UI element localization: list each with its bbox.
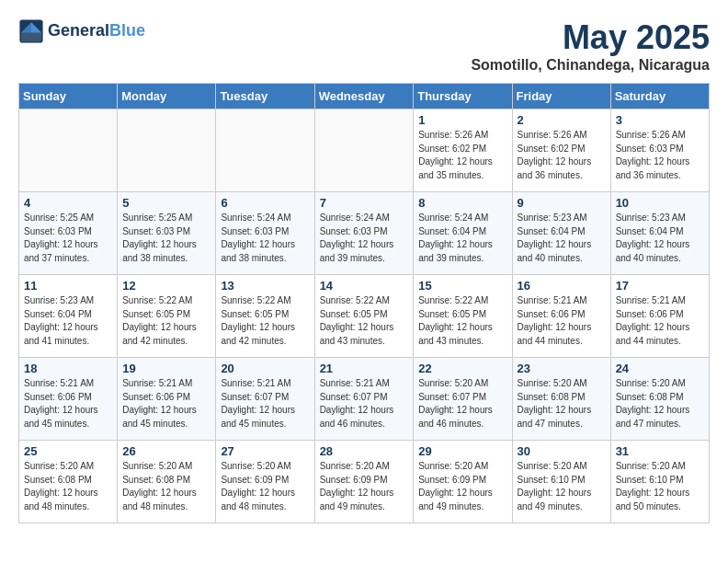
- calendar-cell: 17Sunrise: 5:21 AM Sunset: 6:06 PM Dayli…: [610, 275, 709, 358]
- day-number: 25: [24, 444, 112, 458]
- day-number: 2: [518, 113, 606, 127]
- cell-info: Sunrise: 5:23 AM Sunset: 6:04 PM Dayligh…: [518, 212, 606, 265]
- cell-info: Sunrise: 5:20 AM Sunset: 6:10 PM Dayligh…: [616, 460, 704, 513]
- calendar-cell: 20Sunrise: 5:21 AM Sunset: 6:07 PM Dayli…: [216, 358, 314, 441]
- day-number: 22: [418, 362, 506, 375]
- calendar-cell: 25Sunrise: 5:20 AM Sunset: 6:08 PM Dayli…: [19, 441, 118, 523]
- cell-info: Sunrise: 5:23 AM Sunset: 6:04 PM Dayligh…: [24, 294, 112, 348]
- day-number: 20: [221, 362, 309, 375]
- day-number: 27: [221, 444, 309, 458]
- calendar-cell: 26Sunrise: 5:20 AM Sunset: 6:08 PM Dayli…: [118, 441, 216, 523]
- day-number: 29: [418, 444, 506, 458]
- calendar-cell: 30Sunrise: 5:20 AM Sunset: 6:10 PM Dayli…: [512, 441, 610, 523]
- day-number: 7: [320, 196, 409, 210]
- logo-text: GeneralBlue: [48, 21, 145, 41]
- calendar-cell: 19Sunrise: 5:21 AM Sunset: 6:06 PM Dayli…: [118, 358, 216, 441]
- cell-info: Sunrise: 5:20 AM Sunset: 6:09 PM Dayligh…: [418, 460, 506, 513]
- cell-info: Sunrise: 5:22 AM Sunset: 6:05 PM Dayligh…: [221, 294, 309, 348]
- calendar-cell: 13Sunrise: 5:22 AM Sunset: 6:05 PM Dayli…: [216, 275, 314, 358]
- weekday-header-tuesday: Tuesday: [216, 84, 314, 109]
- calendar-cell: 16Sunrise: 5:21 AM Sunset: 6:06 PM Dayli…: [512, 275, 610, 358]
- cell-info: Sunrise: 5:20 AM Sunset: 6:09 PM Dayligh…: [320, 460, 409, 513]
- calendar-cell: 31Sunrise: 5:20 AM Sunset: 6:10 PM Dayli…: [610, 441, 709, 523]
- day-number: 11: [24, 279, 112, 293]
- weekday-header-monday: Monday: [118, 84, 216, 109]
- day-number: 12: [122, 279, 210, 293]
- day-number: 28: [320, 444, 409, 458]
- calendar-cell: 27Sunrise: 5:20 AM Sunset: 6:09 PM Dayli…: [216, 441, 314, 523]
- calendar-cell: 28Sunrise: 5:20 AM Sunset: 6:09 PM Dayli…: [314, 441, 414, 523]
- calendar-cell: 3Sunrise: 5:26 AM Sunset: 6:03 PM Daylig…: [610, 109, 709, 192]
- calendar-cell: 18Sunrise: 5:21 AM Sunset: 6:06 PM Dayli…: [19, 358, 118, 441]
- calendar-cell: 8Sunrise: 5:24 AM Sunset: 6:04 PM Daylig…: [414, 192, 512, 275]
- cell-info: Sunrise: 5:20 AM Sunset: 6:09 PM Dayligh…: [221, 460, 309, 513]
- calendar-cell: 10Sunrise: 5:23 AM Sunset: 6:04 PM Dayli…: [610, 192, 709, 275]
- day-number: 26: [122, 444, 210, 458]
- calendar-cell: [314, 109, 414, 192]
- cell-info: Sunrise: 5:24 AM Sunset: 6:03 PM Dayligh…: [221, 212, 309, 265]
- day-number: 14: [320, 279, 409, 293]
- weekday-header-thursday: Thursday: [414, 84, 512, 109]
- calendar-cell: 9Sunrise: 5:23 AM Sunset: 6:04 PM Daylig…: [512, 192, 610, 275]
- calendar-week-row: 18Sunrise: 5:21 AM Sunset: 6:06 PM Dayli…: [19, 358, 710, 441]
- day-number: 1: [418, 113, 506, 127]
- cell-info: Sunrise: 5:21 AM Sunset: 6:07 PM Dayligh…: [320, 377, 409, 431]
- calendar-cell: 29Sunrise: 5:20 AM Sunset: 6:09 PM Dayli…: [414, 441, 512, 523]
- day-number: 5: [122, 196, 210, 210]
- calendar-cell: 22Sunrise: 5:20 AM Sunset: 6:07 PM Dayli…: [414, 358, 512, 441]
- calendar-cell: [19, 109, 118, 192]
- calendar-cell: 2Sunrise: 5:26 AM Sunset: 6:02 PM Daylig…: [512, 109, 610, 192]
- day-number: 4: [24, 196, 112, 210]
- calendar-table: SundayMondayTuesdayWednesdayThursdayFrid…: [18, 83, 710, 523]
- cell-info: Sunrise: 5:21 AM Sunset: 6:06 PM Dayligh…: [122, 377, 210, 431]
- day-number: 30: [518, 444, 606, 458]
- cell-info: Sunrise: 5:24 AM Sunset: 6:04 PM Dayligh…: [418, 212, 506, 265]
- cell-info: Sunrise: 5:26 AM Sunset: 6:02 PM Dayligh…: [518, 129, 606, 182]
- cell-info: Sunrise: 5:26 AM Sunset: 6:03 PM Dayligh…: [616, 129, 704, 182]
- calendar-cell: 1Sunrise: 5:26 AM Sunset: 6:02 PM Daylig…: [414, 109, 512, 192]
- calendar-cell: 14Sunrise: 5:22 AM Sunset: 6:05 PM Dayli…: [314, 275, 414, 358]
- weekday-header-wednesday: Wednesday: [314, 84, 414, 109]
- calendar-cell: 11Sunrise: 5:23 AM Sunset: 6:04 PM Dayli…: [19, 275, 118, 358]
- day-number: 3: [616, 113, 704, 127]
- cell-info: Sunrise: 5:20 AM Sunset: 6:10 PM Dayligh…: [518, 460, 606, 513]
- calendar-subtitle: Somotillo, Chinandega, Nicaragua: [471, 57, 710, 74]
- logo: GeneralBlue: [18, 18, 145, 44]
- cell-info: Sunrise: 5:20 AM Sunset: 6:08 PM Dayligh…: [518, 377, 606, 431]
- cell-info: Sunrise: 5:22 AM Sunset: 6:05 PM Dayligh…: [320, 294, 409, 348]
- calendar-week-row: 11Sunrise: 5:23 AM Sunset: 6:04 PM Dayli…: [19, 275, 710, 358]
- weekday-header-sunday: Sunday: [19, 84, 118, 109]
- cell-info: Sunrise: 5:20 AM Sunset: 6:08 PM Dayligh…: [24, 460, 112, 513]
- weekday-header-saturday: Saturday: [610, 84, 709, 109]
- calendar-cell: 21Sunrise: 5:21 AM Sunset: 6:07 PM Dayli…: [314, 358, 414, 441]
- day-number: 24: [616, 362, 704, 375]
- calendar-cell: 5Sunrise: 5:25 AM Sunset: 6:03 PM Daylig…: [118, 192, 216, 275]
- day-number: 19: [122, 362, 210, 375]
- day-number: 16: [518, 279, 606, 293]
- day-number: 15: [418, 279, 506, 293]
- calendar-cell: 7Sunrise: 5:24 AM Sunset: 6:03 PM Daylig…: [314, 192, 414, 275]
- day-number: 8: [418, 196, 506, 210]
- cell-info: Sunrise: 5:22 AM Sunset: 6:05 PM Dayligh…: [122, 294, 210, 348]
- calendar-cell: 23Sunrise: 5:20 AM Sunset: 6:08 PM Dayli…: [512, 358, 610, 441]
- calendar-cell: [118, 109, 216, 192]
- cell-info: Sunrise: 5:26 AM Sunset: 6:02 PM Dayligh…: [418, 129, 506, 182]
- cell-info: Sunrise: 5:25 AM Sunset: 6:03 PM Dayligh…: [24, 212, 112, 265]
- cell-info: Sunrise: 5:21 AM Sunset: 6:06 PM Dayligh…: [616, 294, 704, 348]
- day-number: 31: [616, 444, 704, 458]
- calendar-cell: 15Sunrise: 5:22 AM Sunset: 6:05 PM Dayli…: [414, 275, 512, 358]
- calendar-cell: [216, 109, 314, 192]
- calendar-title: May 2025: [471, 18, 710, 57]
- day-number: 13: [221, 279, 309, 293]
- calendar-cell: 4Sunrise: 5:25 AM Sunset: 6:03 PM Daylig…: [19, 192, 118, 275]
- page-header: GeneralBlue May 2025 Somotillo, Chinande…: [18, 18, 710, 74]
- svg-rect-3: [21, 32, 41, 41]
- logo-icon: [18, 18, 44, 44]
- day-number: 6: [221, 196, 309, 210]
- day-number: 10: [616, 196, 704, 210]
- cell-info: Sunrise: 5:20 AM Sunset: 6:07 PM Dayligh…: [418, 377, 506, 431]
- day-number: 17: [616, 279, 704, 293]
- cell-info: Sunrise: 5:22 AM Sunset: 6:05 PM Dayligh…: [418, 294, 506, 348]
- day-number: 18: [24, 362, 112, 375]
- calendar-cell: 24Sunrise: 5:20 AM Sunset: 6:08 PM Dayli…: [610, 358, 709, 441]
